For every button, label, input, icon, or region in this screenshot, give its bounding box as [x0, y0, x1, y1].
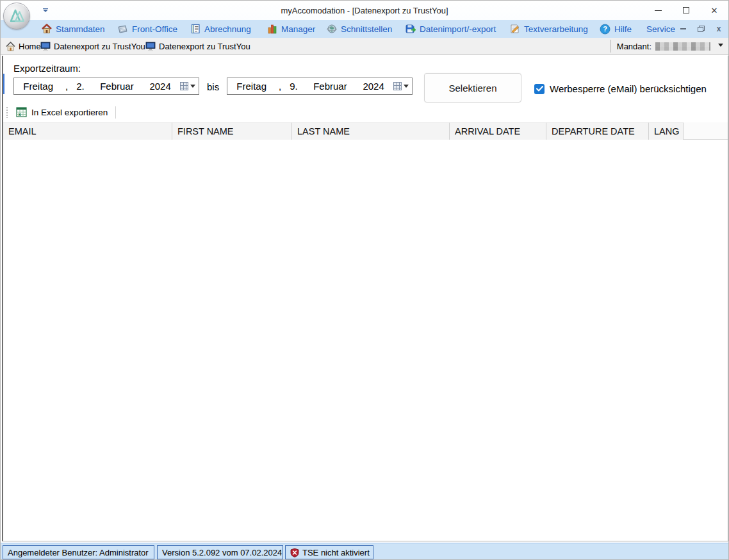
globe-icon — [327, 24, 337, 34]
menu-item-manager[interactable]: Manager — [267, 20, 315, 38]
divider — [610, 40, 611, 53]
chevron-down-icon — [190, 85, 195, 88]
help-icon: ? — [600, 24, 610, 35]
calendar-icon — [180, 82, 188, 90]
date-from-weekday[interactable]: Freitag — [14, 81, 62, 92]
date-to-year[interactable]: 2024 — [357, 81, 389, 92]
maximize-button[interactable] — [672, 1, 700, 20]
export-period-label: Exportzeitraum: — [13, 63, 81, 74]
invoice-icon — [190, 24, 201, 34]
werbesperre-checkbox-label[interactable]: Werbesperre (eMail) berücksichtigen — [550, 83, 707, 94]
close-button[interactable]: ✕ — [700, 1, 728, 20]
home-icon — [6, 42, 15, 51]
werbesperre-checkbox[interactable] — [534, 84, 545, 94]
mdi-restore-icon — [698, 26, 705, 32]
date-from-picker[interactable]: Freitag , 2. Februar 2024 — [13, 78, 199, 95]
tab-datenexport-trustyou-2[interactable]: Datenexport zu TrustYou — [145, 38, 250, 54]
menu-label: Datenimport/-export — [420, 24, 496, 34]
window-controls: ✕ — [644, 1, 728, 20]
toolbar-grip-handle[interactable] — [6, 106, 8, 118]
date-to-picker[interactable]: Freitag , 9. Februar 2024 — [227, 78, 413, 95]
date-from-calendar-button[interactable] — [176, 78, 199, 94]
mdi-minimize-button[interactable] — [677, 23, 689, 35]
mandant-dropdown-icon[interactable] — [718, 44, 723, 47]
logged-in-user-text: Angemeldeter Benutzer: Administrator — [8, 548, 149, 557]
menu-item-front-office[interactable]: Front-Office — [117, 20, 177, 38]
house-icon — [42, 24, 52, 34]
svg-text:x: x — [19, 111, 22, 117]
mandant-label: Mandant: — [617, 42, 651, 51]
menu-item-abrechnung[interactable]: Abrechnung — [190, 20, 251, 38]
menu-item-schnittstellen[interactable]: Schnittstellen — [327, 20, 392, 38]
column-header-departure-date[interactable]: DEPARTURE DATE — [546, 122, 649, 140]
menu-item-service[interactable]: Service — [646, 20, 675, 38]
date-to-weekday[interactable]: Freitag — [227, 81, 275, 92]
maximize-icon — [683, 7, 689, 13]
mdi-close-icon: x — [717, 24, 721, 33]
date-from-comma: , — [62, 81, 71, 92]
mdi-close-button[interactable]: x — [713, 23, 725, 35]
window-title: myAccomodation - [Datenexport zu TrustYo… — [281, 6, 448, 15]
close-icon: ✕ — [711, 6, 718, 15]
menu-label: Schnittstellen — [341, 24, 392, 34]
results-table-body — [3, 140, 728, 541]
ledger-icon — [117, 24, 128, 34]
mdi-restore-button[interactable] — [695, 23, 707, 35]
status-panel-tse: TSE nicht aktiviert — [285, 545, 373, 559]
chevron-down-icon — [404, 85, 409, 88]
menu-label: Stammdaten — [56, 24, 105, 34]
date-to-month[interactable]: Februar — [303, 81, 357, 92]
quick-access-dropdown-icon[interactable] — [42, 8, 49, 15]
status-panel-user: Angemeldeter Benutzer: Administrator — [3, 545, 154, 559]
monitor-icon — [145, 42, 156, 51]
menu-item-textverarbeitung[interactable]: Textverarbeitung — [509, 20, 588, 38]
tab-home[interactable]: Home — [6, 38, 41, 54]
results-table-header: EMAIL FIRST NAME LAST NAME ARRIVAL DATE … — [3, 122, 728, 140]
column-header-lang[interactable]: LANG — [649, 122, 684, 140]
column-header-first-name[interactable]: FIRST NAME — [172, 122, 292, 140]
date-to-day[interactable]: 9. — [284, 81, 303, 92]
excel-export-label: In Excel exportieren — [31, 108, 108, 117]
tse-status-text: TSE nicht aktiviert — [302, 548, 370, 557]
date-to-calendar-button[interactable] — [389, 78, 412, 94]
date-from-year[interactable]: 2024 — [144, 81, 176, 92]
date-from-day[interactable]: 2. — [71, 81, 90, 92]
selektieren-button[interactable]: Selektieren — [424, 73, 521, 103]
excel-export-button[interactable]: x In Excel exportieren — [13, 104, 110, 120]
pen-page-icon — [509, 24, 520, 34]
excel-icon: x — [16, 107, 27, 117]
werbesperre-checkbox-row: Werbesperre (eMail) berücksichtigen — [534, 83, 707, 94]
bar-chart-icon — [267, 24, 277, 34]
tab-label: Datenexport zu TrustYou — [54, 42, 145, 51]
column-header-last-name[interactable]: LAST NAME — [292, 122, 450, 140]
menu-item-hilfe[interactable]: ? Hilfe — [600, 20, 632, 38]
minimize-icon — [655, 10, 662, 11]
application-window: myAccomodation - [Datenexport zu TrustYo… — [0, 0, 729, 560]
menu-label: Service — [646, 24, 675, 34]
date-to-comma: , — [275, 81, 284, 92]
divider — [115, 106, 116, 119]
menu-label: Textverarbeitung — [524, 24, 588, 34]
mandant-value-redacted — [655, 42, 710, 51]
mdi-window-controls: x — [677, 20, 725, 38]
menu-label: Hilfe — [614, 24, 632, 34]
date-from-month[interactable]: Februar — [90, 81, 144, 92]
status-panel-version: Version 5.2.092 vom 07.02.2024 — [157, 545, 283, 559]
tab-datenexport-trustyou-1[interactable]: Datenexport zu TrustYou — [40, 38, 145, 54]
app-logo-icon — [8, 7, 26, 25]
column-header-arrival-date[interactable]: ARRIVAL DATE — [450, 122, 546, 140]
status-bar: Angemeldeter Benutzer: Administrator Ver… — [1, 543, 728, 560]
minimize-button[interactable] — [644, 1, 672, 20]
export-toolbar: x In Excel exportieren — [3, 103, 728, 121]
menu-item-stammdaten[interactable]: Stammdaten — [42, 20, 105, 38]
tab-bar: Home Datenexport zu TrustYou Datenexport… — [1, 38, 728, 55]
check-icon — [536, 86, 543, 92]
menu-bar: Stammdaten Front-Office Abrechnung Man — [1, 20, 728, 38]
svg-text:?: ? — [603, 25, 607, 33]
app-logo-button[interactable] — [3, 3, 30, 29]
menu-item-datenimport-export[interactable]: Datenimport/-export — [405, 20, 496, 38]
menu-label: Manager — [281, 24, 315, 34]
column-header-email[interactable]: EMAIL — [3, 122, 172, 140]
title-bar: myAccomodation - [Datenexport zu TrustYo… — [1, 1, 728, 20]
calendar-icon — [393, 82, 402, 90]
